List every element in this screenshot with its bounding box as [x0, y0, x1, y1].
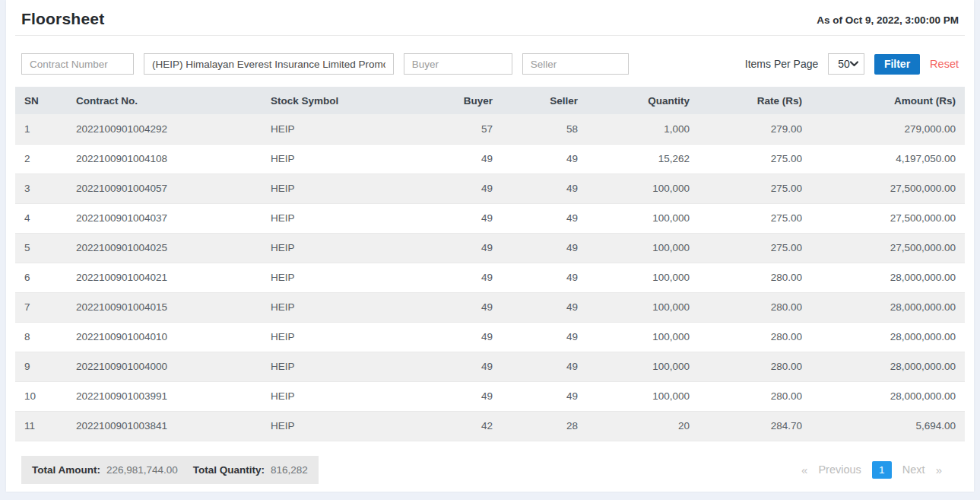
table-cell: 7 — [15, 292, 67, 322]
table-row: 102022100901003991HEIP4949100,000280.002… — [15, 381, 965, 411]
table-cell: 2022100901004000 — [67, 352, 262, 381]
table-cell: 280.00 — [699, 322, 811, 352]
table-cell: 280.00 — [699, 381, 811, 411]
table-cell: 27,500,000.00 — [811, 203, 965, 233]
table-row: 72022100901004015HEIP4949100,000280.0028… — [15, 292, 965, 322]
pagination: « Previous 1 Next » — [801, 461, 965, 479]
column-header: Buyer — [422, 87, 502, 114]
previous-page-button[interactable]: Previous — [818, 463, 861, 476]
as-of-timestamp: As of Oct 9, 2022, 3:00:00 PM — [817, 14, 959, 28]
page-title: Floorsheet — [21, 10, 104, 28]
table-cell: 28,000,000.00 — [811, 381, 965, 411]
table-cell: 28 — [502, 411, 587, 441]
page-header: Floorsheet As of Oct 9, 2022, 3:00:00 PM — [15, 0, 965, 36]
table-cell: 2022100901004057 — [67, 174, 262, 203]
table-cell: 28,000,000.00 — [811, 322, 965, 352]
total-quantity-value: 816,282 — [271, 464, 308, 476]
table-cell: 1,000 — [587, 114, 699, 144]
table-cell: 49 — [502, 322, 587, 352]
table-cell: HEIP — [262, 203, 422, 233]
table-row: 32022100901004057HEIP4949100,000275.0027… — [15, 174, 965, 203]
table-cell: 2 — [15, 144, 67, 174]
table-cell: 100,000 — [587, 233, 699, 263]
table-cell: HEIP — [262, 352, 422, 381]
table-cell: HEIP — [262, 292, 422, 322]
reset-link[interactable]: Reset — [930, 58, 959, 70]
table-cell: 42 — [422, 411, 502, 441]
table-cell: 275.00 — [699, 174, 811, 203]
buyer-input[interactable] — [404, 53, 512, 75]
table-cell: 9 — [15, 352, 67, 381]
table-cell: 28,000,000.00 — [811, 352, 965, 381]
chevron-down-icon — [850, 61, 858, 67]
table-cell: 49 — [502, 174, 587, 203]
total-amount-label: Total Amount: — [32, 464, 100, 476]
table-cell: 49 — [502, 352, 587, 381]
items-per-page-value: 50 — [838, 58, 850, 70]
company-input[interactable] — [144, 53, 394, 75]
table-cell: HEIP — [262, 233, 422, 263]
items-per-page-label: Items Per Page — [745, 58, 819, 70]
table-row: 12022100901004292HEIP57581,000279.00279,… — [15, 114, 965, 144]
next-arrow-icon[interactable]: » — [936, 463, 942, 476]
table-cell: 49 — [502, 233, 587, 263]
table-cell: 1 — [15, 114, 67, 144]
column-header: Seller — [502, 87, 587, 114]
column-header: SN — [15, 87, 67, 114]
table-cell: 49 — [502, 381, 587, 411]
seller-input[interactable] — [522, 53, 629, 75]
table-cell: 2022100901004010 — [67, 322, 262, 352]
table-footer: Total Amount: 226,981,744.00 Total Quant… — [21, 456, 965, 484]
table-cell: 49 — [422, 381, 502, 411]
table-cell: 49 — [502, 203, 587, 233]
table-cell: 284.70 — [699, 411, 811, 441]
table-cell: 279.00 — [699, 114, 811, 144]
column-header: Amount (Rs) — [811, 87, 965, 114]
table-body: 12022100901004292HEIP57581,000279.00279,… — [15, 114, 965, 441]
table-cell: HEIP — [262, 263, 422, 292]
table-cell: 5,694.00 — [811, 411, 965, 441]
table-cell: 2022100901004021 — [67, 263, 262, 292]
table-cell: HEIP — [262, 174, 422, 203]
table-cell: 6 — [15, 263, 67, 292]
table-cell: HEIP — [262, 322, 422, 352]
table-cell: 2022100901004108 — [67, 144, 262, 174]
table-cell: 2022100901004292 — [67, 114, 262, 144]
table-cell: 2022100901004037 — [67, 203, 262, 233]
floorsheet-table: SNContract No.Stock SymbolBuyerSellerQua… — [15, 87, 965, 441]
table-cell: 100,000 — [587, 352, 699, 381]
contract-number-input[interactable] — [21, 53, 134, 75]
table-row: 82022100901004010HEIP4949100,000280.0028… — [15, 322, 965, 352]
table-cell: 49 — [422, 322, 502, 352]
table-cell: 49 — [502, 144, 587, 174]
table-cell: HEIP — [262, 381, 422, 411]
table-cell: 100,000 — [587, 322, 699, 352]
table-cell: 11 — [15, 411, 67, 441]
column-header: Rate (Rs) — [699, 87, 811, 114]
table-row: 92022100901004000HEIP4949100,000280.0028… — [15, 352, 965, 381]
floorsheet-card: Floorsheet As of Oct 9, 2022, 3:00:00 PM… — [6, 0, 974, 492]
table-cell: 280.00 — [699, 263, 811, 292]
table-cell: 27,500,000.00 — [811, 174, 965, 203]
table-cell: 58 — [502, 114, 587, 144]
next-page-button[interactable]: Next — [902, 463, 925, 476]
table-cell: 100,000 — [587, 381, 699, 411]
filter-button[interactable]: Filter — [874, 54, 920, 75]
items-per-page-select[interactable]: 50 — [828, 53, 864, 75]
table-cell: 280.00 — [699, 292, 811, 322]
table-cell: 4 — [15, 203, 67, 233]
total-quantity-label: Total Quantity: — [193, 464, 265, 476]
table-cell: 20 — [587, 411, 699, 441]
table-cell: 49 — [502, 263, 587, 292]
table-cell: 8 — [15, 322, 67, 352]
table-row: 42022100901004037HEIP4949100,000275.0027… — [15, 203, 965, 233]
table-row: 52022100901004025HEIP4949100,000275.0027… — [15, 233, 965, 263]
table-row: 62022100901004021HEIP4949100,000280.0028… — [15, 263, 965, 292]
table-cell: 15,262 — [587, 144, 699, 174]
table-cell: 49 — [422, 292, 502, 322]
table-cell: 10 — [15, 381, 67, 411]
table-cell: 279,000.00 — [811, 114, 965, 144]
previous-arrow-icon[interactable]: « — [801, 463, 807, 476]
table-cell: 3 — [15, 174, 67, 203]
page-1-button[interactable]: 1 — [872, 461, 892, 479]
